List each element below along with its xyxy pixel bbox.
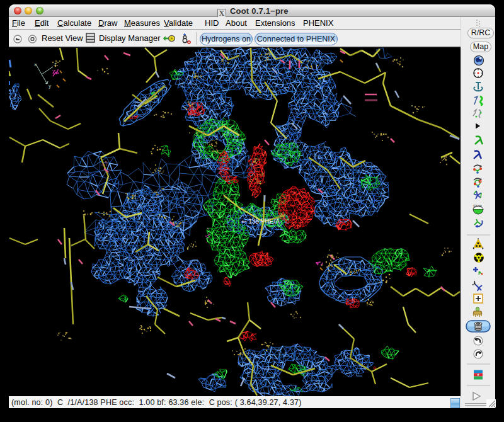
svg-text:⇐ 138 PHE/A: ⇐ 138 PHE/A bbox=[241, 218, 280, 225]
svg-text:y: y bbox=[49, 84, 51, 89]
svg-text:x: x bbox=[34, 62, 37, 67]
